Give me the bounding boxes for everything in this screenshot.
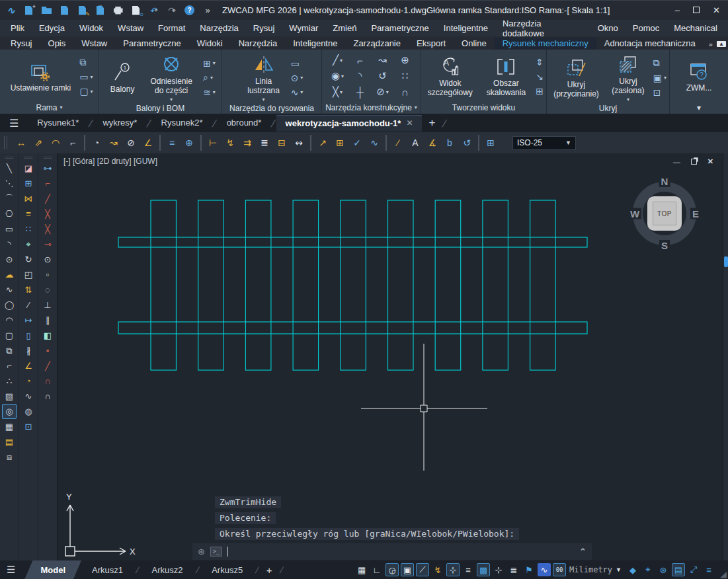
palette-grip[interactable]: ══ <box>5 155 14 159</box>
construction-line-tool-icon[interactable]: ⋱ <box>2 176 17 191</box>
chamfer-tool-icon[interactable]: ◔ <box>21 373 36 389</box>
ribbon-overflow-icon[interactable]: » <box>709 40 713 48</box>
dropdown-caret-icon[interactable]: ▾ <box>340 58 343 63</box>
insert-block-tool-icon[interactable]: ⧉ <box>2 343 17 358</box>
quick-dimension-icon[interactable]: ⊢ <box>205 135 221 150</box>
arc-length-dimension-icon[interactable]: ◠ <box>48 135 63 150</box>
snap-on-icon[interactable]: ∩ <box>40 389 55 404</box>
rama-small-button-1[interactable]: ⧉ <box>79 57 93 68</box>
doc-tab-wykresy[interactable]: wykresy* <box>93 115 146 131</box>
tworzenie-widoku-small-button-2[interactable]: ↘ <box>536 71 544 83</box>
picket-rectangle-9[interactable] <box>530 200 556 370</box>
panel-label-zwm[interactable]: ▾ <box>670 101 728 114</box>
dimension-b-icon[interactable]: b <box>442 135 458 150</box>
dropdown-caret-icon[interactable]: ▾ <box>91 74 93 80</box>
picket-rectangle-3[interactable] <box>245 200 271 370</box>
doc-minimize-button[interactable]: — <box>673 158 680 166</box>
viewport-label[interactable]: [-] [Góra] [2D druty] [GUW] <box>63 157 157 166</box>
ribbon-collapse-icon[interactable]: ▲ <box>717 41 726 47</box>
construction-tool-button-4[interactable]: ⊕ <box>401 54 409 66</box>
dimension-break-icon[interactable]: ⊟ <box>274 135 290 150</box>
snap-midpoint-icon[interactable]: ╱ <box>40 191 55 206</box>
line-tool-icon[interactable]: ╲ <box>2 161 17 176</box>
toolbar-drag-handle[interactable] <box>4 136 7 149</box>
ribbon-tab-narzędzia[interactable]: Narzędzia <box>231 38 286 50</box>
aligned-dimension-icon[interactable]: ⇗ <box>30 135 46 150</box>
dropdown-caret-icon[interactable]: ▾ <box>341 73 344 79</box>
snap-off-icon[interactable]: ∩ <box>40 373 55 389</box>
compass-south[interactable]: S <box>659 240 670 251</box>
palette-grip[interactable]: ══ <box>44 155 52 159</box>
selection-cycling-toggle-icon[interactable]: ⊹ <box>492 563 505 576</box>
help-icon[interactable]: ? <box>184 5 195 16</box>
detail-view-button[interactable]: A Widok szczegółowy <box>424 54 477 99</box>
spline-tool-icon[interactable]: ∿ <box>2 282 17 297</box>
polar-tracking-toggle-icon[interactable]: ◶ <box>385 563 399 576</box>
compass-north[interactable]: N <box>659 176 670 187</box>
resize-grip-icon[interactable]: ◢ <box>720 569 727 579</box>
ukryj-small-button-1[interactable]: ⧉ <box>653 58 667 69</box>
copy-tool-icon[interactable]: ⊞ <box>21 176 36 191</box>
snap-from-icon[interactable]: ⊶ <box>40 161 55 176</box>
ribbon-tab-widoki[interactable]: Widoki <box>189 38 231 50</box>
menu-item-okno[interactable]: Okno <box>591 22 625 34</box>
annotation-scale-toggle-icon[interactable]: ≣ <box>507 563 520 576</box>
workspace-switch-icon[interactable]: ◆ <box>626 563 639 576</box>
fillet-tool-icon[interactable]: ∿ <box>21 389 36 404</box>
explode-tool-icon[interactable]: ⊡ <box>21 419 36 434</box>
dimension-lightning-icon[interactable]: ↯ <box>222 135 238 150</box>
menu-item-pomoc[interactable]: Pomoc <box>626 22 666 34</box>
layout-tab-arkusz1[interactable]: Arkusz1 <box>81 560 134 579</box>
snap-intersection-icon[interactable]: ╳ <box>40 206 55 221</box>
ribbon-tab-opis[interactable]: Opis <box>40 38 74 50</box>
point-tool-icon[interactable]: ∴ <box>2 373 17 389</box>
selection-filter-icon[interactable]: ⌖ <box>641 563 655 576</box>
transparency-toggle-icon[interactable]: ▩ <box>477 563 490 576</box>
new-file-icon[interactable]: + <box>23 5 34 16</box>
add-layout-button[interactable]: + <box>261 564 278 576</box>
open-folder-icon[interactable] <box>41 5 52 16</box>
snap-center-icon[interactable]: ⊙ <box>40 252 55 267</box>
snap-apparent-icon[interactable]: ╳ <box>40 221 55 237</box>
save-file-icon[interactable] <box>59 5 70 16</box>
continue-dimension-icon[interactable]: ⇉ <box>239 135 255 150</box>
menu-item-inteligentne[interactable]: Inteligentne <box>437 22 495 34</box>
object-snap-toggle-icon[interactable]: ▣ <box>401 563 414 576</box>
array-tool-icon[interactable]: ∷ <box>21 221 36 237</box>
construction-tool-button-8[interactable]: ∷ <box>402 70 409 82</box>
image-tool-icon[interactable]: ▤ <box>2 434 17 449</box>
construction-tool-button-2[interactable]: ⌐ <box>357 55 363 66</box>
layout-tab-model[interactable]: Model <box>24 560 81 579</box>
construction-tool-button-5[interactable]: ◉▾ <box>331 70 344 82</box>
erase-tool-icon[interactable]: ◪ <box>21 161 36 176</box>
picket-rectangle-5[interactable] <box>341 200 366 370</box>
offset-tool-icon[interactable]: ≡ <box>21 206 36 221</box>
print-icon[interactable] <box>112 5 124 16</box>
ellipse-tool-icon[interactable]: ◯ <box>2 297 17 313</box>
dynamic-input-toggle-icon[interactable]: ↯ <box>431 563 444 576</box>
snap-parallel-icon[interactable]: ∥ <box>40 313 55 328</box>
circle-tool-icon[interactable]: ⊙ <box>2 252 17 267</box>
ribbon-tab-adnotacja-mechaniczna[interactable]: Adnotacja mechaniczna <box>596 38 704 50</box>
layout-tab-arkusz2[interactable]: Arkusz2 <box>142 560 194 579</box>
snap-endpoint-icon[interactable]: ⌐ <box>40 176 55 191</box>
radius-dimension-icon[interactable]: ◔ <box>89 135 104 150</box>
hide-mask-button[interactable]: Ukryj (zasłona) ▾ <box>607 52 649 104</box>
construction-tool-button-7[interactable]: ↺ <box>378 70 387 82</box>
doc-tabs-menu-icon[interactable]: ☰ <box>5 117 28 130</box>
compass-west[interactable]: W <box>628 208 641 219</box>
horizontal-bar-1[interactable] <box>118 237 587 247</box>
dimension-check-icon[interactable]: ✓ <box>349 135 365 150</box>
mirror-tool-icon[interactable]: ⋈ <box>21 191 36 206</box>
dimension-text-edit-icon[interactable]: A <box>407 135 423 150</box>
dimension-jog-icon[interactable]: ↭ <box>291 135 307 150</box>
doc-tab-wekrotyzacja-samochodu-1[interactable]: wekrotyzacja-samochodu-1*✕ <box>276 115 423 132</box>
horizontal-bar-2[interactable] <box>118 322 587 334</box>
snap-tracking-toggle-icon[interactable]: ⟋ <box>416 563 429 576</box>
save-as-icon[interactable]: ✎ <box>77 5 88 16</box>
menu-item-mechanical[interactable]: Mechanical <box>667 22 724 34</box>
jogged-dimension-icon[interactable]: ↝ <box>106 135 122 150</box>
menu-item-narzędzia[interactable]: Narzędzia <box>193 22 245 34</box>
construction-tool-button-12[interactable]: ∩ <box>401 87 409 98</box>
picket-rectangle-8[interactable] <box>483 200 508 370</box>
